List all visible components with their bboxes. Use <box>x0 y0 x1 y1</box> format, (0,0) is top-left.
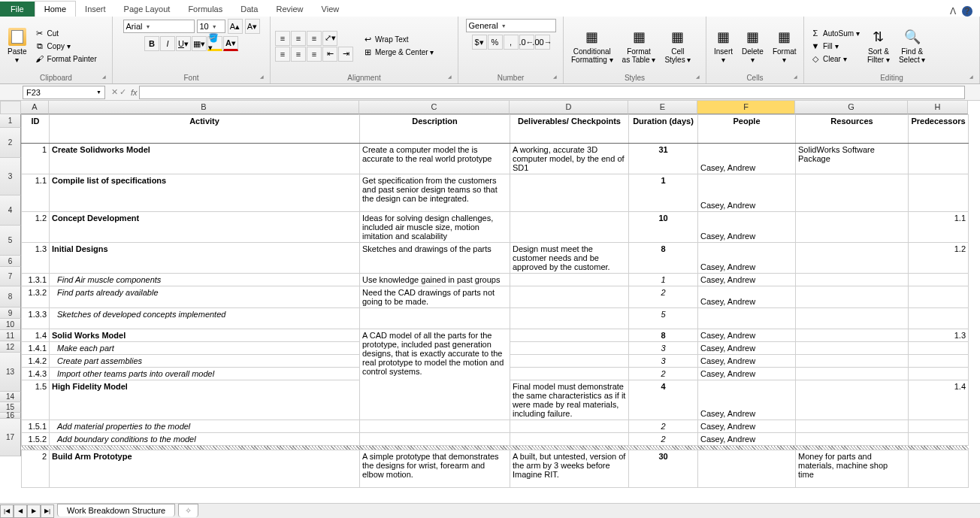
cell[interactable]: Ideas for solving design challenges, inc… <box>360 212 510 243</box>
formula-input[interactable] <box>139 86 965 99</box>
cell[interactable]: Casey, Andrew <box>698 243 796 274</box>
cell[interactable] <box>796 368 909 380</box>
cell[interactable] <box>909 274 969 286</box>
cell[interactable]: Add boundary conditions to the model <box>50 433 360 446</box>
cell[interactable] <box>796 342 909 355</box>
select-all-corner[interactable] <box>0 101 21 114</box>
cell[interactable]: Concept Development <box>50 212 360 243</box>
minimize-ribbon-icon[interactable]: ᐱ <box>950 6 956 17</box>
col-header-A[interactable]: A <box>21 101 49 114</box>
cell[interactable] <box>909 450 969 488</box>
col-header-E[interactable]: E <box>628 101 697 114</box>
col-header-B[interactable]: B <box>49 101 359 114</box>
autosum-button[interactable]: ΣAutoSum ▾ <box>809 27 861 39</box>
format-painter-button[interactable]: 🖌Format Painter <box>33 53 98 65</box>
cell[interactable] <box>360 433 510 446</box>
last-sheet-button[interactable]: ▶| <box>41 504 54 518</box>
italic-button[interactable]: I <box>160 36 175 51</box>
row-header[interactable]: 7 <box>0 267 21 286</box>
border-button[interactable]: ▦▾ <box>192 36 207 51</box>
wrap-text-button[interactable]: ↩Wrap Text <box>361 34 435 46</box>
cell[interactable]: 1.2 <box>22 212 50 243</box>
align-right-button[interactable]: ≡ <box>307 47 322 62</box>
cell[interactable] <box>796 433 909 446</box>
fill-button[interactable]: ▼Fill ▾ <box>809 40 861 52</box>
cell[interactable]: Casey, Andrew <box>698 329 796 342</box>
cell[interactable]: Casey, Andrew <box>698 420 796 433</box>
cell[interactable]: Final model must demonstrate the same ch… <box>510 380 629 420</box>
row-header[interactable]: 14 <box>0 392 21 402</box>
format-as-table-button[interactable]: ▦Format as Table ▾ <box>619 26 659 65</box>
col-header-H[interactable]: H <box>908 101 968 114</box>
cell[interactable] <box>360 308 510 329</box>
format-cells-button[interactable]: ▦Format ▾ <box>770 26 800 65</box>
col-header-G[interactable]: G <box>795 101 908 114</box>
cell[interactable]: Need the CAD drawings of parts not going… <box>360 286 510 308</box>
cell[interactable] <box>796 380 909 420</box>
font-name-combo[interactable]: Arial▼ <box>123 20 195 33</box>
cell[interactable] <box>510 420 629 433</box>
cell[interactable]: 3 <box>629 355 698 368</box>
clear-button[interactable]: ◇Clear ▾ <box>809 53 861 65</box>
cell[interactable] <box>796 308 909 329</box>
cell[interactable] <box>796 174 909 212</box>
cell[interactable]: 1.4.3 <box>22 368 50 380</box>
align-left-button[interactable]: ≡ <box>275 47 290 62</box>
tab-insert[interactable]: Insert <box>76 2 115 17</box>
row-header[interactable]: 9 <box>0 307 21 319</box>
cell[interactable]: 2 <box>629 286 698 308</box>
align-middle-button[interactable]: ≡ <box>291 31 306 46</box>
tab-review[interactable]: Review <box>267 2 312 17</box>
cell[interactable]: Create part assemblies <box>50 355 360 368</box>
cell[interactable]: 1.5.2 <box>22 433 50 446</box>
cell[interactable] <box>909 433 969 446</box>
align-top-button[interactable]: ≡ <box>275 31 290 46</box>
header-cell[interactable]: Resources <box>796 115 909 144</box>
cell[interactable]: A CAD model of all the parts for the pro… <box>360 329 510 420</box>
cut-button[interactable]: ✂Cut <box>33 27 98 39</box>
header-cell[interactable]: People <box>698 115 796 144</box>
cell[interactable] <box>796 243 909 274</box>
tab-formulas[interactable]: Formulas <box>179 2 231 17</box>
cell[interactable]: Casey, Andrew <box>698 380 796 420</box>
cancel-fx-icon[interactable]: ✕ <box>111 87 118 97</box>
cell[interactable]: 2 <box>629 433 698 446</box>
cell[interactable]: 1.5.1 <box>22 420 50 433</box>
conditional-formatting-button[interactable]: ▦Conditional Formatting ▾ <box>568 26 616 65</box>
cell[interactable] <box>698 450 796 488</box>
row-header[interactable]: 3 <box>0 158 21 195</box>
cell[interactable]: Sketches of developed concepts implement… <box>50 308 360 329</box>
tab-home[interactable]: Home <box>35 1 76 17</box>
cell[interactable] <box>510 342 629 355</box>
cell[interactable]: 5 <box>629 308 698 329</box>
cell[interactable]: 3 <box>629 342 698 355</box>
paste-button[interactable]: Paste▾ <box>5 26 30 65</box>
col-header-D[interactable]: D <box>510 101 628 114</box>
row-header[interactable]: 2 <box>0 128 21 158</box>
cell[interactable]: 1.3 <box>22 243 50 274</box>
percent-button[interactable]: % <box>488 35 503 50</box>
cell[interactable]: Compile list of specifications <box>50 174 360 212</box>
cell[interactable]: Casey, Andrew <box>698 274 796 286</box>
row-header[interactable]: 12 <box>0 341 21 353</box>
decrease-indent-button[interactable]: ⇤ <box>322 47 337 62</box>
cell[interactable]: Casey, Andrew <box>698 212 796 243</box>
cell[interactable]: Solid Works Model <box>50 329 360 342</box>
cell[interactable]: Casey, Andrew <box>698 174 796 212</box>
cell[interactable]: High Fidelity Model <box>50 380 360 420</box>
cell[interactable] <box>510 174 629 212</box>
cell[interactable] <box>796 420 909 433</box>
cell[interactable]: 8 <box>629 329 698 342</box>
row-header[interactable]: 8 <box>0 286 21 307</box>
merge-center-button[interactable]: ⊞Merge & Center ▾ <box>361 47 435 59</box>
cell[interactable]: Get specification from the customers and… <box>360 174 510 212</box>
cell[interactable]: Find parts already available <box>50 286 360 308</box>
cell[interactable] <box>510 286 629 308</box>
shrink-font-button[interactable]: A▾ <box>245 19 260 34</box>
cell[interactable]: 1.3 <box>909 329 969 342</box>
cell[interactable]: 1.4.2 <box>22 355 50 368</box>
row-header[interactable]: 16 <box>0 413 21 419</box>
cell-styles-button[interactable]: ▦Cell Styles ▾ <box>661 26 694 65</box>
cell[interactable] <box>909 286 969 308</box>
align-center-button[interactable]: ≡ <box>291 47 306 62</box>
